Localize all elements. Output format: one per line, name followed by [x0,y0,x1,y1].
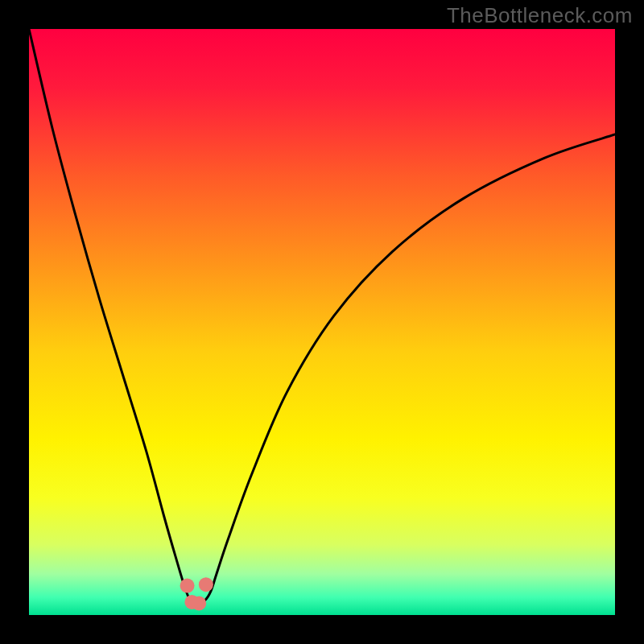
plot-area [29,29,615,615]
min-marker-bottomR [192,596,206,610]
min-marker-left [180,579,195,593]
watermark-text: TheBottleneck.com [447,3,633,28]
chart-svg [29,29,615,615]
chart-frame: TheBottleneck.com [0,0,644,644]
gradient-background [29,29,615,615]
min-marker-right [199,577,213,592]
